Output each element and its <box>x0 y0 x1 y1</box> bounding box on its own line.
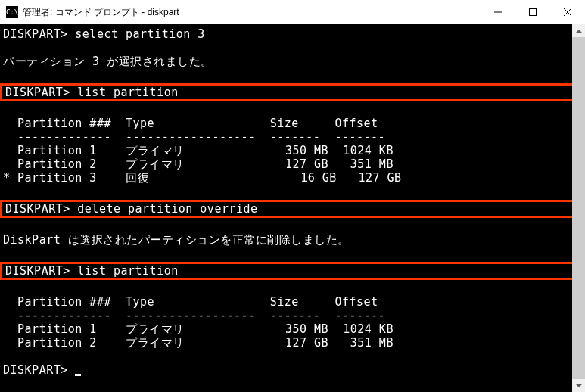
close-button[interactable] <box>550 0 585 24</box>
terminal-line <box>0 247 585 260</box>
scrollbar-thumb[interactable] <box>572 37 585 379</box>
svg-rect-1 <box>530 9 537 16</box>
svg-marker-4 <box>576 30 582 33</box>
scroll-down-button[interactable] <box>572 379 585 392</box>
svg-marker-5 <box>576 384 582 387</box>
terminal-line: DISKPART> select partition 3 <box>0 27 585 41</box>
terminal-line: DiskPart は選択されたパーティションを正常に削除しました。 <box>0 233 585 247</box>
cursor <box>75 374 81 376</box>
terminal-line <box>0 185 585 198</box>
terminal-line <box>0 41 585 54</box>
table-row: Partition 1 プライマリ 350 MB 1024 KB <box>0 322 585 336</box>
window-title: 管理者: コマンド プロンプト - diskpart <box>23 6 481 19</box>
maximize-button[interactable] <box>515 0 550 24</box>
terminal-line: DISKPART> list partition <box>2 264 583 278</box>
scroll-up-button[interactable] <box>572 24 585 37</box>
terminal-prompt: DISKPART> <box>0 363 585 377</box>
terminal-line <box>0 282 585 295</box>
table-header: Partition ### Type Size Offset <box>0 295 585 309</box>
table-header: Partition ### Type Size Offset <box>0 117 585 130</box>
table-row: Partition 1 プライマリ 350 MB 1024 KB <box>0 144 585 157</box>
highlight-box: DISKPART> delete partition override <box>0 200 585 218</box>
table-row: Partition 2 プライマリ 127 GB 351 MB <box>0 336 585 350</box>
vertical-scrollbar[interactable] <box>572 24 585 392</box>
window-controls <box>481 0 585 24</box>
highlight-box: DISKPART> list partition <box>0 262 585 280</box>
terminal-line <box>0 68 585 82</box>
table-row: Partition 2 プライマリ 127 GB 351 MB <box>0 157 585 171</box>
table-divider: ------------- ------------------ -------… <box>0 130 585 144</box>
minimize-button[interactable] <box>481 0 515 24</box>
table-row: * Partition 3 回復 16 GB 127 GB <box>0 171 585 185</box>
terminal-line: DISKPART> delete partition override <box>2 202 583 216</box>
terminal-line <box>0 350 585 363</box>
terminal-line: パーティション 3 が選択されました。 <box>0 54 585 68</box>
table-divider: ------------- ------------------ -------… <box>0 309 585 322</box>
terminal-line <box>0 219 585 233</box>
terminal-line: DISKPART> list partition <box>2 86 583 99</box>
terminal-output[interactable]: DISKPART> select partition 3 パーティション 3 が… <box>0 24 585 392</box>
terminal-line <box>0 103 585 117</box>
cmd-icon: C:\ <box>6 6 18 18</box>
highlight-box: DISKPART> list partition <box>0 83 585 101</box>
window-titlebar: C:\ 管理者: コマンド プロンプト - diskpart <box>0 0 585 24</box>
